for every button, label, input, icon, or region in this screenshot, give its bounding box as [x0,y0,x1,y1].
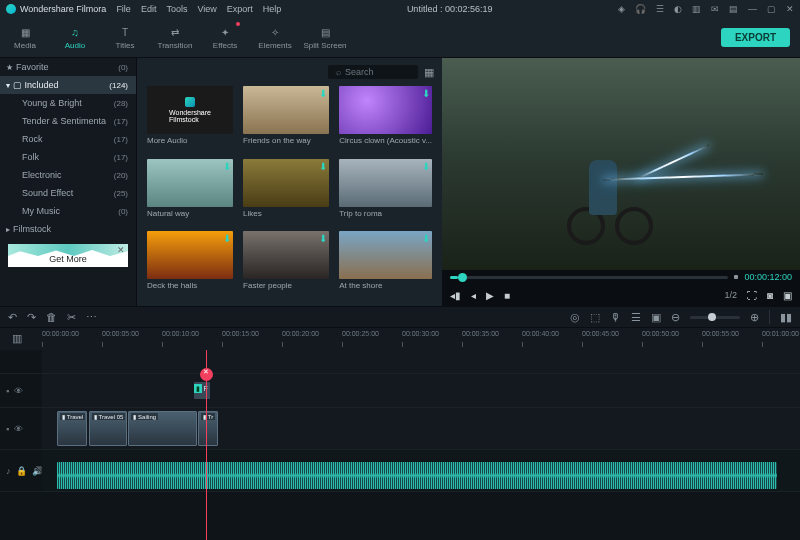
minimize-icon[interactable]: — [748,4,757,14]
sidebar-item-sound-effect[interactable]: Sound Effect(25) [0,184,136,202]
sidebar-item-young-bright[interactable]: Young & Bright(28) [0,94,136,112]
asset-item[interactable]: ⬇Natural way [147,159,233,226]
track-text[interactable]: ▪👁 ▮F [0,374,800,408]
track-mute-icon[interactable]: ♪ [6,466,11,476]
text-clip[interactable]: ▮F [194,382,211,399]
sidebar-item-tender-sentimenta[interactable]: Tender & Sentimenta(17) [0,112,136,130]
tab-split-screen[interactable]: ▤Split Screen [300,18,350,57]
menu-file[interactable]: File [116,4,131,14]
timeline-ruler[interactable]: ▥ 00:00:00:0000:00:05:0000:00:10:0000:00… [0,328,800,350]
sidebar-item-my-music[interactable]: My Music(0) [0,202,136,220]
download-icon[interactable]: ⬇ [223,233,231,244]
tab-elements[interactable]: ✧Elements [250,18,300,57]
undo-icon[interactable]: ↶ [8,311,17,324]
asset-item[interactable]: ⬇Trip to roma [339,159,432,226]
video-clip[interactable]: ▮ Travel 05 [89,411,127,446]
collection-icon[interactable]: ▥ [692,4,701,14]
split-icon[interactable]: ✂ [67,311,76,324]
asset-item[interactable]: ⬇At the shore [339,231,432,298]
playhead[interactable] [206,350,207,540]
tab-titles[interactable]: TTitles [100,18,150,57]
ruler-tick: 00:00:20:00 [282,330,319,337]
track-audio[interactable]: ♪🔒🔊 ♪ Circus clown (Acoustic version) [0,450,800,492]
maximize-icon[interactable]: ▢ [767,4,776,14]
view-grid-icon[interactable]: ▦ [424,66,434,79]
delete-icon[interactable]: 🗑 [46,311,57,323]
download-icon[interactable]: ⬇ [422,88,430,99]
track-visible-icon[interactable]: 👁 [14,386,23,396]
asset-thumb: ⬇ [339,159,432,207]
stop-button[interactable]: ■ [504,290,510,301]
message-icon[interactable]: ✉ [711,4,719,14]
prev-frame-button[interactable]: ◂▮ [450,290,461,301]
track-lock-icon[interactable]: ▪ [6,386,9,396]
download-icon[interactable]: ⬇ [319,88,327,99]
frame-icon[interactable]: ▣ [651,311,661,324]
sidebar-item-rock[interactable]: Rock(17) [0,130,136,148]
track-video[interactable]: ▪👁 ▮ Travel▮ Travel 05▮ Sailing▮ Tr [0,408,800,450]
tab-media[interactable]: ▦Media [0,18,50,57]
zoom-out-icon[interactable]: ⊖ [671,311,680,324]
snap-icon[interactable]: ▥ [12,332,22,345]
search-input[interactable]: ⌕ Search [328,65,418,79]
sidebar-included[interactable]: ▾▢ Included (124) [0,76,136,94]
sidebar-item-folk[interactable]: Folk(17) [0,148,136,166]
diamond-icon[interactable]: ◈ [618,4,625,14]
preview-scrubber[interactable]: 00:00:12:00 [442,270,800,284]
asset-item[interactable]: ⬇Likes [243,159,329,226]
tab-audio[interactable]: ♫Audio [50,18,100,57]
sidebar-favorite[interactable]: ★Favorite (0) [0,58,136,76]
mixer-icon[interactable]: ☰ [631,311,641,324]
menu-tools[interactable]: Tools [166,4,187,14]
tab-effects[interactable]: ✦Effects [200,18,250,57]
menu-help[interactable]: Help [263,4,282,14]
download-icon[interactable]: ⬇ [422,161,430,172]
track-lock-icon[interactable]: ▪ [6,424,9,434]
export-button[interactable]: EXPORT [721,28,790,47]
snapshot-icon[interactable]: ◙ [767,290,773,301]
asset-item[interactable]: ⬇Circus clown (Acoustic v... [339,86,432,153]
headset-icon[interactable]: 🎧 [635,4,646,14]
tab-transition[interactable]: ⇄Transition [150,18,200,57]
track-audio-icon[interactable]: 🔊 [32,466,43,476]
track-visible-icon[interactable]: 👁 [14,424,23,434]
get-more-button[interactable]: ✕ Get More [8,244,128,267]
fullscreen-icon[interactable]: ⛶ [747,290,757,301]
menu-edit[interactable]: Edit [141,4,157,14]
gift-icon[interactable]: ☰ [656,4,664,14]
close-icon[interactable]: ✕ [786,4,794,14]
step-back-button[interactable]: ◂ [471,290,476,301]
zoom-slider[interactable] [690,316,740,319]
sidebar-filmstock[interactable]: ▸Filmstock [0,220,136,238]
video-clip[interactable]: ▮ Travel [57,411,87,446]
detach-icon[interactable]: ▣ [783,290,792,301]
download-icon[interactable]: ⬇ [319,161,327,172]
fit-icon[interactable]: ▮▮ [780,311,792,324]
download-icon[interactable]: ⬇ [422,233,430,244]
mic-icon[interactable]: ⬚ [590,311,600,324]
audio-clip[interactable]: ♪ Circus clown (Acoustic version) [57,462,777,489]
asset-item[interactable]: WondershareFilmstockMore Audio [147,86,233,153]
play-button[interactable]: ▶ [486,290,494,301]
asset-item[interactable]: ⬇Deck the halls [147,231,233,298]
video-preview[interactable] [442,58,800,270]
asset-item[interactable]: ⬇Faster people [243,231,329,298]
asset-item[interactable]: ⬇Friends on the way [243,86,329,153]
notes-icon[interactable]: ▤ [729,4,738,14]
download-icon[interactable]: ⬇ [223,161,231,172]
asset-label: Likes [243,209,329,218]
download-icon[interactable]: ⬇ [319,233,327,244]
menu-view[interactable]: View [197,4,216,14]
marker-icon[interactable]: ◎ [570,311,580,324]
zoom-in-icon[interactable]: ⊕ [750,311,759,324]
video-clip[interactable]: ▮ Tr [198,411,218,446]
sidebar-item-electronic[interactable]: Electronic(20) [0,166,136,184]
close-getmore-icon[interactable]: ✕ [117,245,125,255]
video-clip[interactable]: ▮ Sailing [128,411,196,446]
more-icon[interactable]: ⋯ [86,311,97,324]
account-icon[interactable]: ◐ [674,4,682,14]
track-lock-icon[interactable]: 🔒 [16,466,27,476]
menu-export[interactable]: Export [227,4,253,14]
redo-icon[interactable]: ↷ [27,311,36,324]
record-icon[interactable]: 🎙 [610,311,621,323]
